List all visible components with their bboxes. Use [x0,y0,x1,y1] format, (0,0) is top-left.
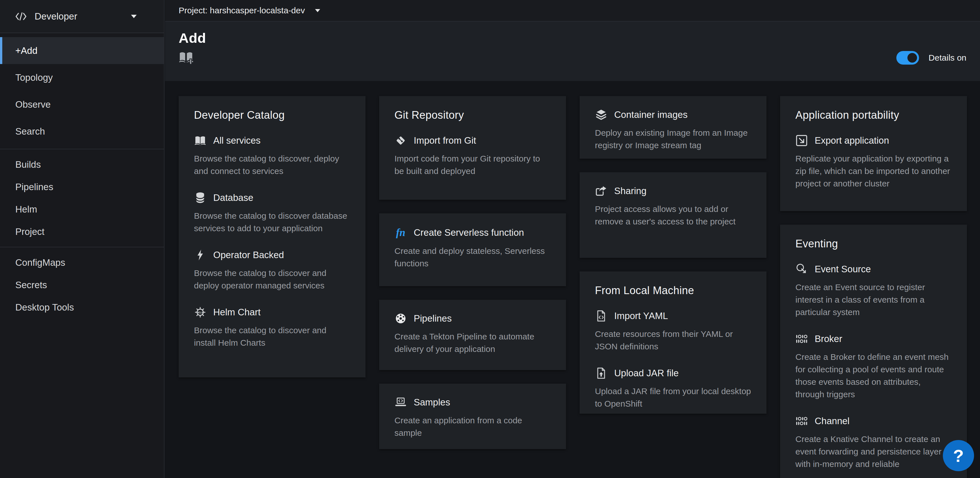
card-heading: Developer Catalog [194,109,350,121]
project-bar: Project: harshcasper-localsta-dev [165,0,980,22]
column-1: Developer Catalog All services [179,96,366,377]
perspective-switcher[interactable]: Developer [0,0,164,33]
column-3: Container images Deploy an existing Imag… [580,96,767,414]
column-4: Application portability Export applicati… [780,96,967,478]
broker-binary-icon [795,333,808,345]
lightning-bolt-icon [194,249,207,261]
channel-binary-icon [795,415,808,427]
sidebar-item-helm[interactable]: Helm [0,198,164,221]
card-heading: Eventing [795,238,951,250]
add-item-database[interactable]: Database Browse the catalog to discover … [194,192,350,235]
page-header: Add Details on [165,22,980,81]
open-book-plus-icon [179,51,193,65]
add-item-channel[interactable]: Channel Create a Knative Channel to crea… [795,415,951,470]
sidebar-item-observe[interactable]: Observe [0,91,164,118]
card-heading: Application portability [795,109,951,121]
share-icon [595,185,608,197]
add-item-samples[interactable]: Samples Create an application from a cod… [395,397,551,439]
card-pipelines: Pipelines Create a Tekton Pipeline to au… [379,300,566,370]
sidebar-item-secrets[interactable]: Secrets [0,274,164,296]
tekton-icon [395,313,407,324]
layers-icon [595,109,608,121]
card-heading: Git Repository [395,109,551,121]
export-icon [795,135,808,146]
git-icon [395,135,407,146]
add-item-operator-backed[interactable]: Operator Backed Browse the catalog to di… [194,249,350,292]
card-developer-catalog: Developer Catalog All services [179,96,366,377]
add-page-content: Developer Catalog All services [165,81,980,478]
card-application-portability: Application portability Export applicati… [780,96,967,211]
add-item-event-source[interactable]: Event Source Create an Event source to r… [795,264,951,319]
open-book-icon [194,135,207,146]
add-item-import-from-git[interactable]: Import from Git Import code from your Gi… [395,135,551,177]
add-item-all-services[interactable]: All services Browse the catalog to disco… [194,135,350,177]
function-icon: fn [395,226,407,238]
card-container-images: Container images Deploy an existing Imag… [580,96,767,159]
database-icon [194,192,207,203]
code-icon [15,11,27,22]
laptop-code-icon [395,397,407,408]
sidebar-item-add[interactable]: +Add [0,37,164,64]
card-heading: From Local Machine [595,284,751,297]
page-header-toolbar: Details on [179,51,966,65]
add-item-sharing[interactable]: Sharing Project access allows you to add… [595,185,751,228]
sidebar-item-search[interactable]: Search [0,118,164,145]
perspective-label: Developer [35,11,77,22]
chevron-down-icon [131,15,137,18]
card-eventing: Eventing Event Source Create an Event s [780,225,967,478]
sidebar-item-project[interactable]: Project [0,221,164,243]
chevron-down-icon [315,9,320,12]
add-item-upload-jar-file[interactable]: Upload JAR file Upload a JAR file from y… [595,367,751,410]
sidebar-item-pipelines[interactable]: Pipelines [0,176,164,198]
card-serverless-function: fn Create Serverless function Create and… [379,213,566,286]
column-2: Git Repository Import from Git [379,96,566,449]
nav-section-main: +Add Topology Observe Search [0,33,164,149]
sidebar: Developer +Add Topology Observe Search B… [0,0,164,478]
event-source-icon [795,264,808,275]
add-item-export-application[interactable]: Export application Replicate your applic… [795,135,951,190]
page-title: Add [179,30,966,46]
nav-section-resources: Builds Pipelines Helm Project [0,149,164,247]
catalog-quick-search-button[interactable] [179,51,193,65]
add-item-pipelines[interactable]: Pipelines Create a Tekton Pipeline to au… [395,313,551,355]
file-upload-icon [595,367,608,379]
project-selector[interactable]: Project: harshcasper-localsta-dev [179,6,320,15]
sidebar-item-desktop-tools[interactable]: Desktop Tools [0,296,164,319]
card-sharing: Sharing Project access allows you to add… [580,172,767,258]
add-item-create-serverless-function[interactable]: fn Create Serverless function Create and… [395,226,551,270]
details-toggle[interactable]: Details on [896,51,966,65]
add-item-container-images[interactable]: Container images Deploy an existing Imag… [595,109,751,152]
add-item-broker[interactable]: Broker Create a Broker to define an even… [795,333,951,401]
sidebar-item-builds[interactable]: Builds [0,153,164,176]
card-samples: Samples Create an application from a cod… [379,384,566,449]
svg-text:HELM: HELM [197,311,204,314]
details-switch[interactable] [896,51,919,65]
add-item-import-yaml[interactable]: Import YAML Create resources from their … [595,310,751,353]
add-item-helm-chart[interactable]: HELM Helm Chart Browse the catalog to di… [194,306,350,349]
sidebar-nav: +Add Topology Observe Search Builds Pipe… [0,33,164,322]
help-button[interactable]: ? [943,440,974,471]
card-from-local-machine: From Local Machine Import YAML Create r [580,272,767,414]
sidebar-item-configmaps[interactable]: ConfigMaps [0,251,164,274]
sidebar-item-topology[interactable]: Topology [0,64,164,91]
project-selector-label: Project: harshcasper-localsta-dev [179,6,305,15]
helm-wheel-icon: HELM [194,306,207,318]
file-code-icon [595,310,608,322]
openshift-console: Developer +Add Topology Observe Search B… [0,0,980,478]
details-toggle-label: Details on [929,53,966,63]
card-git-repository: Git Repository Import from Git [379,96,566,200]
nav-section-config: ConfigMaps Secrets Desktop Tools [0,247,164,322]
switch-knob [907,53,917,63]
